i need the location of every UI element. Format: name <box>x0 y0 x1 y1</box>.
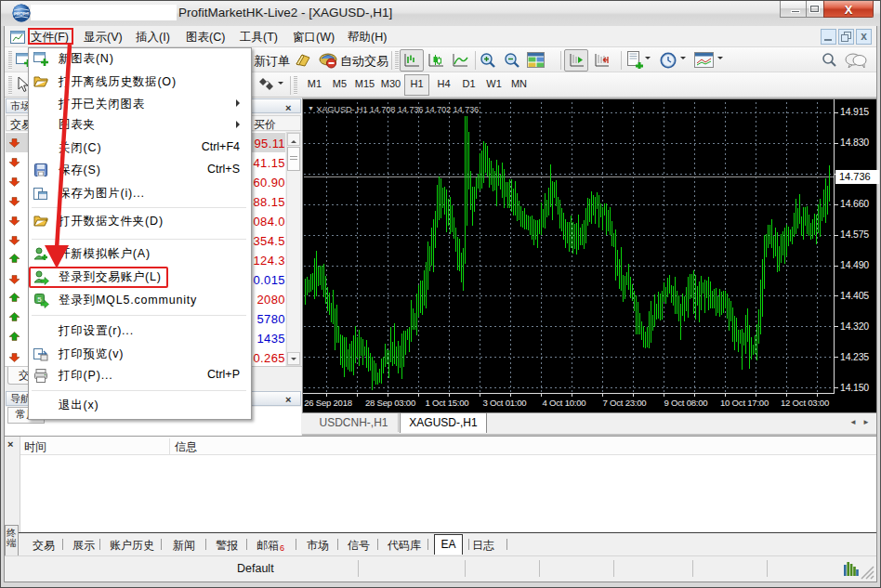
svg-text:5: 5 <box>37 295 42 304</box>
svg-text:PROFIT: PROFIT <box>14 12 30 17</box>
